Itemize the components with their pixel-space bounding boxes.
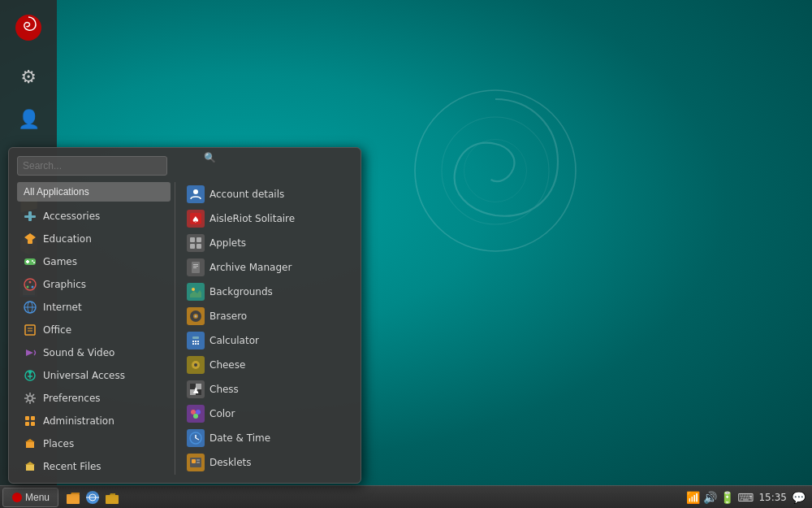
search-icon[interactable]: 🔍 — [204, 152, 216, 163]
app-backgrounds[interactable]: Backgrounds — [182, 280, 352, 304]
network-icon[interactable]: 📶 — [686, 491, 700, 504]
category-internet[interactable]: Internet — [17, 296, 171, 319]
app-account-details[interactable]: Account details — [182, 182, 352, 206]
sidebar-user-icon[interactable]: 👤 — [9, 99, 48, 138]
app-aisleriot[interactable]: ♠ AisleRiot Solitaire — [182, 206, 352, 231]
svg-rect-83 — [106, 495, 119, 504]
app-brasero-label: Brasero — [209, 310, 247, 322]
app-cheese[interactable]: Cheese — [182, 353, 352, 377]
app-date-time-label: Date & Time — [209, 432, 270, 444]
category-education-label: Education — [43, 233, 92, 245]
category-office[interactable]: Office — [17, 319, 171, 341]
administration-icon — [22, 413, 38, 429]
taskbar-file-manager-icon[interactable] — [64, 488, 82, 506]
taskbar-menu-button[interactable]: Menu — [2, 488, 58, 507]
taskbar: Menu 📶 🔊 🔋 ⌨ 15:35 💬 — [0, 485, 812, 508]
svg-rect-50 — [192, 336, 199, 339]
svg-rect-53 — [197, 341, 199, 342]
app-color-label: Color — [209, 408, 235, 419]
category-preferences[interactable]: Preferences — [17, 387, 171, 410]
accessories-icon — [22, 208, 38, 224]
taskbar-browser-icon[interactable] — [84, 488, 102, 506]
preferences-icon — [22, 390, 38, 406]
svg-rect-36 — [190, 237, 195, 242]
taskbar-folder-icon[interactable] — [103, 488, 121, 506]
svg-point-78 — [12, 493, 22, 502]
app-backgrounds-label: Backgrounds — [209, 286, 273, 297]
menu-categories-panel: All Applications Accessories Education — [17, 182, 175, 475]
category-sound-video[interactable]: Sound & Video — [17, 341, 171, 364]
svg-rect-52 — [195, 341, 197, 342]
category-universal-access[interactable]: Universal Access — [17, 364, 171, 387]
svg-point-13 — [24, 279, 36, 290]
category-accessories[interactable]: Accessories — [17, 205, 171, 228]
brasero-icon — [187, 307, 205, 325]
app-calculator-label: Calculator — [209, 335, 259, 346]
svg-rect-72 — [192, 459, 196, 463]
svg-rect-20 — [25, 325, 35, 335]
category-recent-files[interactable]: Recent Files — [17, 455, 171, 475]
menu-search-bar: 🔍 — [17, 156, 352, 176]
svg-rect-5 — [28, 211, 32, 221]
systray: 📶 🔊 🔋 ⌨ — [686, 491, 754, 504]
backgrounds-icon — [187, 283, 205, 301]
search-input[interactable] — [17, 156, 167, 176]
app-chess-label: Chess — [209, 384, 239, 395]
app-brasero[interactable]: Brasero — [182, 304, 352, 328]
category-administration[interactable]: Administration — [17, 410, 171, 432]
battery-icon[interactable]: 🔋 — [720, 491, 734, 504]
taskbar-menu-label: Menu — [25, 492, 50, 503]
app-archive-manager[interactable]: Archive Manager — [182, 255, 352, 280]
svg-point-15 — [27, 286, 29, 289]
svg-point-2 — [464, 140, 527, 202]
category-preferences-label: Preferences — [43, 393, 101, 404]
svg-rect-10 — [26, 261, 29, 263]
menu-apps-panel: Account details ♠ AisleRiot Solitaire Ap… — [175, 182, 352, 475]
menu-popup: 🔍 All Applications Accessories Educati — [8, 147, 361, 484]
svg-point-3 — [15, 15, 41, 41]
svg-rect-43 — [193, 267, 197, 268]
keyboard-icon[interactable]: ⌨ — [737, 491, 754, 504]
app-color[interactable]: Color — [182, 402, 352, 426]
office-icon — [22, 322, 38, 338]
svg-point-0 — [415, 90, 576, 251]
account-details-icon — [187, 185, 205, 203]
education-icon — [22, 231, 38, 247]
notifications-icon[interactable]: 💬 — [792, 491, 806, 504]
games-icon — [22, 254, 38, 270]
category-places[interactable]: Places — [17, 432, 171, 455]
all-applications-button[interactable]: All Applications — [17, 182, 171, 202]
desklets-icon — [187, 454, 205, 471]
svg-rect-31 — [31, 416, 35, 420]
category-graphics[interactable]: Graphics — [17, 273, 171, 296]
clock[interactable]: 15:35 — [758, 492, 787, 503]
svg-point-67 — [193, 414, 198, 419]
svg-rect-54 — [192, 343, 194, 345]
app-aisleriot-label: AisleRiot Solitaire — [209, 213, 295, 224]
category-universal-access-label: Universal Access — [43, 370, 125, 381]
app-desklets[interactable]: Desklets — [182, 450, 352, 475]
svg-point-66 — [196, 410, 201, 415]
app-applets-label: Applets — [209, 237, 246, 249]
svg-rect-38 — [190, 244, 195, 249]
desktop: ⚙ 👤 ▭ 📁 📦 💾 🔍 All Appli — [0, 0, 812, 508]
category-recent-files-label: Recent Files — [43, 461, 102, 472]
svg-rect-56 — [197, 343, 199, 345]
sidebar-debian-icon[interactable] — [9, 8, 48, 47]
app-account-details-label: Account details — [209, 189, 284, 200]
graphics-icon — [22, 276, 38, 293]
app-date-time[interactable]: Date & Time — [182, 426, 352, 450]
category-education[interactable]: Education — [17, 228, 171, 250]
svg-point-48 — [195, 315, 197, 318]
svg-point-33 — [193, 189, 198, 194]
sidebar-settings-icon[interactable]: ⚙ — [9, 57, 48, 96]
category-games[interactable]: Games — [17, 250, 171, 273]
app-chess[interactable]: ♟ Chess — [182, 377, 352, 402]
app-desklets-label: Desklets — [209, 457, 252, 468]
volume-icon[interactable]: 🔊 — [703, 491, 717, 504]
universal-access-icon — [22, 367, 38, 384]
app-applets[interactable]: Applets — [182, 231, 352, 255]
category-office-label: Office — [43, 324, 71, 336]
app-calculator[interactable]: Calculator — [182, 328, 352, 353]
svg-point-28 — [28, 396, 32, 401]
